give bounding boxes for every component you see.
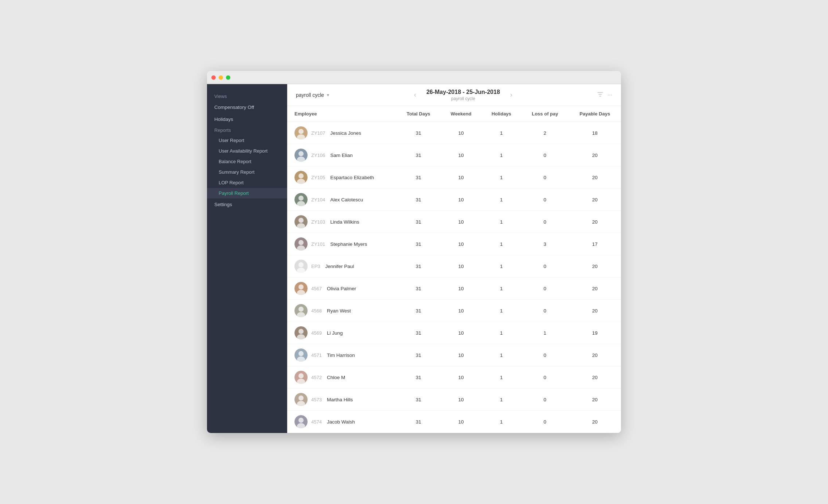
employee-info: 4571 Tim Harrison bbox=[294, 349, 389, 362]
employee-info: ZY107 Jessica Jones bbox=[294, 126, 389, 139]
total-days-cell: 31 bbox=[396, 166, 440, 189]
employee-info: ZY101 Stephanie Myers bbox=[294, 237, 389, 251]
payable-days-cell: 20 bbox=[569, 189, 621, 211]
payable-days-cell: 19 bbox=[569, 322, 621, 344]
employee-cell: 4572 Chloe M bbox=[287, 366, 396, 389]
date-range-text: 26-May-2018 - 25-Jun-2018 bbox=[426, 89, 500, 95]
holidays-cell: 1 bbox=[481, 366, 521, 389]
employee-id: 4568 bbox=[311, 308, 322, 314]
employee-name: Ryan West bbox=[327, 308, 351, 314]
weekend-cell: 10 bbox=[441, 211, 481, 233]
employee-cell: EP3 Jennifer Paul bbox=[287, 255, 396, 277]
holidays-cell: 1 bbox=[481, 211, 521, 233]
svg-point-28 bbox=[298, 329, 304, 334]
views-section-label: Views bbox=[207, 91, 287, 101]
sidebar-item-compensatory-off[interactable]: Compensatory Off bbox=[207, 101, 287, 113]
weekend-cell: 10 bbox=[441, 277, 481, 300]
cycle-selector[interactable]: payroll cycle ▾ bbox=[296, 92, 329, 98]
maximize-button[interactable] bbox=[226, 75, 230, 80]
toolbar: payroll cycle ▾ ‹ 26-May-2018 - 25-Jun-2… bbox=[287, 84, 621, 106]
employee-id: ZY105 bbox=[311, 175, 325, 180]
payable-days-cell: 20 bbox=[569, 166, 621, 189]
payable-days-cell: 20 bbox=[569, 255, 621, 277]
avatar bbox=[294, 237, 308, 251]
holidays-cell: 1 bbox=[481, 233, 521, 255]
sidebar-item-lop-report[interactable]: LOP Report bbox=[207, 177, 287, 188]
holidays-cell: 1 bbox=[481, 189, 521, 211]
table-row: ZY103 Linda Wilkins 31101020 bbox=[287, 211, 621, 233]
holidays-cell: 1 bbox=[481, 389, 521, 411]
svg-point-22 bbox=[298, 284, 304, 290]
lop-cell: 0 bbox=[521, 366, 569, 389]
sidebar-item-settings[interactable]: Settings bbox=[207, 198, 287, 210]
filter-icon[interactable] bbox=[597, 91, 603, 99]
employee-name: Jennifer Paul bbox=[325, 264, 354, 269]
weekend-cell: 10 bbox=[441, 366, 481, 389]
table-row: 4568 Ryan West 31101020 bbox=[287, 300, 621, 322]
payable-days-cell: 20 bbox=[569, 389, 621, 411]
weekend-cell: 10 bbox=[441, 300, 481, 322]
sidebar-item-holidays[interactable]: Holidays bbox=[207, 113, 287, 125]
minimize-button[interactable] bbox=[219, 75, 223, 80]
holidays-cell: 1 bbox=[481, 322, 521, 344]
lop-cell: 0 bbox=[521, 411, 569, 433]
sidebar-item-balance-report[interactable]: Balance Report bbox=[207, 156, 287, 167]
employee-name: Jacob Walsh bbox=[327, 419, 355, 425]
employee-cell: ZY103 Linda Wilkins bbox=[287, 211, 396, 233]
table-row: 4567 Olivia Palmer 31101020 bbox=[287, 277, 621, 300]
employee-name: Alex Calotescu bbox=[330, 197, 363, 202]
sidebar-item-summary-report[interactable]: Summary Report bbox=[207, 167, 287, 177]
table-row: ZY104 Alex Calotescu 31101020 bbox=[287, 189, 621, 211]
svg-point-34 bbox=[298, 373, 304, 378]
col-header-holidays: Holidays bbox=[481, 106, 521, 122]
close-button[interactable] bbox=[211, 75, 216, 80]
total-days-cell: 31 bbox=[396, 144, 440, 166]
table-row: 4571 Tim Harrison 31101020 bbox=[287, 344, 621, 366]
employee-name: Jessica Jones bbox=[330, 130, 361, 136]
holidays-cell: 1 bbox=[481, 144, 521, 166]
col-header-payable-days: Payable Days bbox=[569, 106, 621, 122]
lop-cell: 0 bbox=[521, 166, 569, 189]
payable-days-cell: 20 bbox=[569, 366, 621, 389]
employee-cell: 4573 Martha Hills bbox=[287, 389, 396, 411]
holidays-cell: 1 bbox=[481, 166, 521, 189]
weekend-cell: 10 bbox=[441, 344, 481, 366]
prev-arrow-icon[interactable]: ‹ bbox=[411, 90, 419, 100]
lop-cell: 0 bbox=[521, 189, 569, 211]
sidebar-item-user-report[interactable]: User Report bbox=[207, 135, 287, 146]
table-row: ZY105 Espartaco Elizabeth 31101020 bbox=[287, 166, 621, 189]
date-range-sub: payroll cycle bbox=[426, 96, 500, 101]
weekend-cell: 10 bbox=[441, 389, 481, 411]
svg-point-31 bbox=[298, 351, 304, 356]
payable-days-cell: 20 bbox=[569, 211, 621, 233]
total-days-cell: 31 bbox=[396, 189, 440, 211]
more-options-icon[interactable]: ··· bbox=[608, 92, 612, 98]
employee-info: ZY105 Espartaco Elizabeth bbox=[294, 171, 389, 184]
sidebar-item-user-availability-report[interactable]: User Availability Report bbox=[207, 146, 287, 156]
holidays-cell: 1 bbox=[481, 277, 521, 300]
svg-point-10 bbox=[298, 196, 304, 201]
table-row: ZY106 Sam Elian 31101020 bbox=[287, 144, 621, 166]
employee-cell: 4571 Tim Harrison bbox=[287, 344, 396, 366]
employee-id: 4569 bbox=[311, 330, 322, 336]
sidebar-item-payroll-report[interactable]: Payroll Report bbox=[207, 188, 287, 198]
svg-point-19 bbox=[298, 262, 304, 267]
table-row: EP3 Jennifer Paul 31101020 bbox=[287, 255, 621, 277]
weekend-cell: 10 bbox=[441, 322, 481, 344]
employee-cell: 4567 Olivia Palmer bbox=[287, 277, 396, 300]
employee-info: EP3 Jennifer Paul bbox=[294, 260, 389, 273]
payroll-table-container: Employee Total Days Weekend Holidays Los… bbox=[287, 106, 621, 433]
employee-id: ZY101 bbox=[311, 241, 325, 247]
avatar bbox=[294, 371, 308, 384]
employee-info: 4574 Jacob Walsh bbox=[294, 415, 389, 428]
total-days-cell: 31 bbox=[396, 277, 440, 300]
avatar bbox=[294, 260, 308, 273]
employee-info: ZY103 Linda Wilkins bbox=[294, 215, 389, 228]
next-arrow-icon[interactable]: › bbox=[507, 90, 515, 100]
payable-days-cell: 18 bbox=[569, 122, 621, 144]
employee-id: 4571 bbox=[311, 353, 322, 358]
cycle-label: payroll cycle bbox=[296, 92, 324, 98]
employee-id: 4573 bbox=[311, 397, 322, 402]
employee-name: Stephanie Myers bbox=[330, 241, 367, 247]
employee-info: ZY104 Alex Calotescu bbox=[294, 193, 389, 206]
